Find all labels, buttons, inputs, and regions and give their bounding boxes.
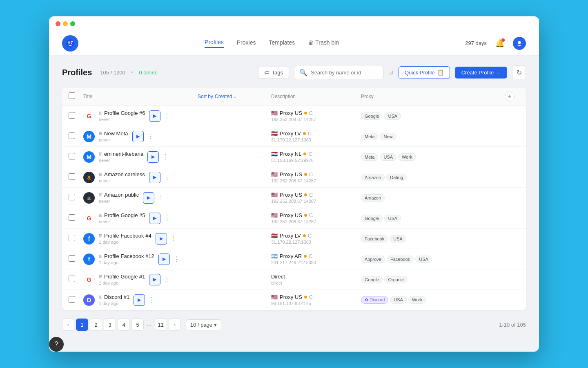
row-checkbox-5[interactable] bbox=[69, 214, 75, 221]
tag[interactable]: Google bbox=[361, 112, 383, 120]
quick-profile-button[interactable]: Quick Profile 📋 bbox=[399, 66, 450, 79]
prev-page-button[interactable]: ‹ bbox=[62, 319, 74, 331]
play-button-6[interactable]: ▶ bbox=[156, 233, 167, 245]
page-5-button[interactable]: 5 bbox=[131, 319, 144, 331]
row-checkbox-1[interactable] bbox=[69, 132, 75, 139]
tag[interactable]: USA bbox=[390, 235, 406, 242]
proxy-refresh-icon[interactable]: C bbox=[309, 171, 313, 177]
row-checkbox-0[interactable] bbox=[69, 112, 75, 119]
table-row[interactable]: G ⊞ Profile Google #5 never ▶ ⋮ 🇺🇸 bbox=[62, 208, 526, 229]
table-row[interactable]: M ⊞ eminent-ikebana never ▶ ⋮ 🇳🇱 bbox=[62, 147, 526, 167]
play-button-8[interactable]: ▶ bbox=[149, 274, 160, 285]
table-row[interactable]: G ⊞ Profile Google #1 1 day ago ▶ ⋮ Dire… bbox=[62, 269, 526, 290]
table-row[interactable]: a ⊞ Amazon public never ▶ ⋮ 🇺🇸 bbox=[62, 188, 526, 208]
proxy-refresh-icon[interactable]: C bbox=[308, 130, 312, 137]
tag[interactable]: USA bbox=[384, 112, 401, 120]
page-1-button[interactable]: 1 bbox=[76, 319, 88, 331]
create-profile-button[interactable]: Create Profile ··· bbox=[455, 67, 507, 79]
row-checkbox-2[interactable] bbox=[69, 153, 75, 159]
more-options-button-6[interactable]: ⋮ bbox=[169, 235, 178, 243]
proxy-refresh-icon[interactable]: C bbox=[309, 110, 313, 116]
tag[interactable]: Amazon bbox=[361, 174, 385, 181]
add-tag-button[interactable]: + bbox=[505, 92, 514, 101]
play-button-7[interactable]: ▶ bbox=[158, 254, 170, 265]
tag[interactable]: ✿ Discord bbox=[361, 296, 388, 304]
page-3-button[interactable]: 3 bbox=[104, 319, 116, 331]
proxy-refresh-icon[interactable]: C bbox=[309, 294, 313, 300]
play-button-1[interactable]: ▶ bbox=[132, 131, 144, 142]
tag[interactable]: Meta bbox=[361, 153, 378, 161]
proxy-refresh-icon[interactable]: C bbox=[309, 253, 312, 259]
nav-templates[interactable]: Templates bbox=[269, 39, 295, 47]
help-button[interactable]: ? bbox=[49, 337, 64, 352]
table-row[interactable]: a ⊞ Amazon careless never ▶ ⋮ 🇺🇸 bbox=[62, 167, 526, 188]
play-button-4[interactable]: ▶ bbox=[143, 192, 154, 204]
page-2-button[interactable]: 2 bbox=[90, 319, 102, 331]
col-title[interactable]: Title bbox=[83, 94, 198, 99]
nav-proxies[interactable]: Proxies bbox=[237, 39, 256, 47]
tag[interactable]: USA bbox=[384, 215, 401, 222]
row-checkbox-7[interactable] bbox=[69, 255, 75, 262]
minimize-button[interactable] bbox=[63, 21, 68, 26]
tag[interactable]: Work bbox=[398, 153, 416, 161]
play-button-2[interactable]: ▶ bbox=[147, 151, 159, 163]
more-options-button-2[interactable]: ⋮ bbox=[161, 153, 169, 161]
more-options-button-4[interactable]: ⋮ bbox=[157, 194, 165, 202]
filter-icon[interactable]: ⊿ bbox=[389, 69, 394, 76]
proxy-refresh-icon[interactable]: C bbox=[308, 233, 312, 239]
proxy-refresh-icon[interactable]: C bbox=[309, 212, 313, 218]
nav-trash[interactable]: 🗑Trash bin bbox=[308, 39, 339, 47]
tag[interactable]: USA bbox=[415, 256, 432, 263]
play-button-9[interactable]: ▶ bbox=[134, 294, 145, 306]
notification-button[interactable]: 🔔 bbox=[493, 37, 506, 50]
row-checkbox-9[interactable] bbox=[69, 296, 75, 303]
table-row[interactable]: D ⊞ Discord #1 1 day ago ▶ ⋮ 🇺🇸 bbox=[62, 290, 526, 310]
play-button-5[interactable]: ▶ bbox=[149, 213, 160, 224]
maximize-button[interactable] bbox=[70, 21, 75, 26]
page-11-button[interactable]: 11 bbox=[155, 319, 167, 331]
row-checkbox-8[interactable] bbox=[69, 276, 75, 282]
more-options-button-3[interactable]: ⋮ bbox=[163, 173, 171, 182]
tag[interactable]: Google bbox=[361, 276, 383, 283]
tag[interactable]: USA bbox=[390, 296, 407, 304]
table-row[interactable]: M ⊞ New Meta never ▶ ⋮ 🇱🇻 Pro bbox=[62, 126, 526, 147]
more-options-button-7[interactable]: ⋮ bbox=[172, 255, 180, 263]
table-row[interactable]: f ⊞ Profile Facebook #4 1 day ago ▶ ⋮ 🇱� bbox=[62, 229, 526, 249]
play-button-3[interactable]: ▶ bbox=[149, 172, 160, 183]
more-options-button-8[interactable]: ⋮ bbox=[163, 276, 171, 284]
proxy-refresh-icon[interactable]: C bbox=[308, 151, 312, 157]
next-page-button[interactable]: › bbox=[169, 319, 181, 331]
select-all-checkbox[interactable] bbox=[69, 92, 75, 99]
tag[interactable]: Dating bbox=[386, 174, 407, 181]
tag[interactable]: Meta bbox=[361, 133, 378, 140]
nav-profiles[interactable]: Profiles bbox=[205, 39, 224, 48]
col-description[interactable]: Sort by Created ↓ bbox=[198, 94, 271, 99]
play-button-0[interactable]: ▶ bbox=[149, 110, 160, 122]
row-checkbox-3[interactable] bbox=[69, 173, 75, 180]
tag[interactable]: Organic bbox=[384, 276, 408, 283]
tag[interactable]: Google bbox=[361, 215, 383, 222]
more-options-button-0[interactable]: ⋮ bbox=[163, 112, 171, 120]
table-row[interactable]: G ⊞ Profile Google #6 never ▶ ⋮ 🇺🇸 bbox=[62, 106, 526, 126]
search-input[interactable] bbox=[311, 70, 379, 76]
more-options-button-1[interactable]: ⋮ bbox=[146, 132, 154, 141]
more-options-button-5[interactable]: ⋮ bbox=[163, 214, 171, 222]
proxy-refresh-icon[interactable]: C bbox=[309, 192, 313, 198]
close-button[interactable] bbox=[56, 21, 60, 26]
tag[interactable]: Facebook bbox=[387, 256, 414, 263]
tag[interactable]: New bbox=[380, 133, 396, 140]
tag[interactable]: Amazon bbox=[361, 194, 385, 202]
tag[interactable]: Work bbox=[408, 296, 426, 304]
row-checkbox-4[interactable] bbox=[69, 194, 75, 200]
page-4-button[interactable]: 4 bbox=[118, 319, 130, 331]
more-options-button-9[interactable]: ⋮ bbox=[147, 296, 156, 304]
table-row[interactable]: f ⊞ Profile Facebook #12 1 day ago ▶ ⋮ 🇦 bbox=[62, 249, 526, 269]
tags-button[interactable]: 🏷 Tags bbox=[258, 67, 289, 79]
per-page-select[interactable]: 10 / page ▾ bbox=[186, 319, 221, 330]
tag[interactable]: Approve bbox=[361, 256, 385, 263]
refresh-button[interactable]: ↻ bbox=[512, 65, 526, 79]
tag[interactable]: Facebook bbox=[361, 235, 388, 242]
tag[interactable]: USA bbox=[380, 153, 396, 161]
row-checkbox-6[interactable] bbox=[69, 235, 75, 241]
avatar[interactable] bbox=[513, 37, 526, 50]
